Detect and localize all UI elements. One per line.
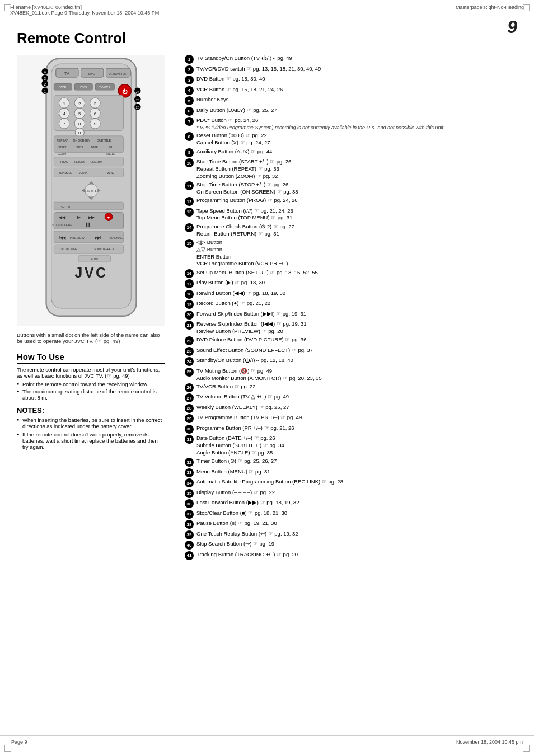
button-number: 13 (185, 208, 194, 217)
svg-text:REPEAT: REPEAT (57, 139, 68, 142)
button-list-item: 36Fast Forward Button (▶▶) ☞ pg. 18, 19,… (185, 499, 517, 508)
button-description: Stop Time Button (STOP +/–) ☞ pg. 26On S… (196, 181, 517, 196)
svg-text:MENU: MENU (106, 172, 114, 175)
corner-mark-tr (523, 4, 530, 11)
svg-text:START: START (58, 146, 66, 149)
button-list-item: 37Stop/Clear Button (■) ☞ pg. 18, 21, 30 (185, 510, 517, 519)
how-to-use-bullet-1: Point the remote control toward the rece… (17, 381, 165, 387)
button-description: Programme Check Button (⊙ ?) ☞ pg. 27Ret… (196, 223, 517, 238)
svg-text:RETURN: RETURN (74, 161, 85, 163)
notes-item-1: When inserting the batteries, be sure to… (17, 417, 165, 429)
svg-text:TRACKING: TRACKING (108, 236, 123, 240)
button-list-item: 13Tape Speed Button (////) ☞ pg. 21, 24,… (185, 208, 517, 222)
svg-text:STOP: STOP (76, 146, 83, 149)
button-list-item: 41Tracking Button (TRACKING +/–) ☞ pg. 2… (185, 551, 517, 560)
corner-mark-tl (4, 4, 11, 11)
svg-text:7: 7 (63, 121, 65, 126)
button-description: TV Muting Button (🔇) ☞ pg. 49Audio Monit… (196, 368, 517, 382)
notes-title: NOTES: (17, 406, 165, 415)
two-column-layout: TV DVD A.MONITOR ⏻ VCR DVD TV/ (17, 55, 517, 561)
button-description: Programming Button (PROG) ☞ pg. 24, 26 (196, 197, 517, 204)
button-number: 32 (185, 458, 194, 467)
button-list-item: 15◁▷ Button△▽ ButtonENTER ButtonVCR Prog… (185, 239, 517, 267)
button-list-item: 19Record Button (●) ☞ pg. 21, 22 (185, 300, 517, 309)
button-list-item: 24Standby/On Button (⏻/I) ☞ pg. 12, 18, … (185, 357, 517, 366)
button-number: 16 (185, 269, 194, 278)
button-description: Record Button (●) ☞ pg. 21, 22 (196, 300, 517, 307)
button-list-item: 3DVD Button ☞ pg. 15, 30, 40 (185, 76, 517, 84)
svg-text:2: 2 (78, 101, 81, 106)
button-number: 12 (185, 197, 194, 206)
button-list-item: 39One Touch Replay Button (↩) ☞ pg. 19, … (185, 530, 517, 539)
button-list-item: 20Forward Skip/Index Button (▶▶I) ☞ pg. … (185, 311, 517, 320)
button-description: TV Programme Button (TV PR +/–) ☞ pg. 49 (196, 414, 517, 421)
button-description: One Touch Replay Button (↩) ☞ pg. 19, 32 (196, 530, 517, 538)
svg-text:STOP/CLEAR: STOP/CLEAR (52, 223, 72, 227)
header-masterpage: Masterpage:Right-No-Heading (456, 4, 524, 10)
button-description: Play Button (▶) ☞ pg. 18, 30 (196, 279, 517, 287)
svg-text:4: 4 (63, 111, 65, 116)
svg-text:3: 3 (93, 101, 96, 106)
main-content: Remote Control TV DVD A.MONITOR (0, 18, 534, 572)
button-list-item: 35Display Button (– –:– –) ☞ pg. 22 (185, 489, 517, 498)
button-number: 8 (185, 132, 194, 141)
button-description: Tape Speed Button (////) ☞ pg. 21, 24, 2… (196, 208, 517, 222)
svg-text:24: 24 (135, 90, 139, 93)
button-number: 30 (185, 425, 194, 434)
button-list-item: 22DVD Picture Button (DVD PICTURE) ☞ pg.… (185, 336, 517, 345)
button-description: ◁▷ Button△▽ ButtonENTER ButtonVCR Progra… (196, 239, 517, 267)
button-number: 5 (185, 96, 194, 105)
button-number: 35 (185, 489, 194, 498)
button-description: Weekly Button (WEEKLY) ☞ pg. 25, 27 (196, 404, 517, 411)
button-list-item: 16Set Up Menu Button (SET UP) ☞ pg. 13, … (185, 269, 517, 278)
button-number: 26 (185, 383, 194, 392)
button-description: Menu Button (MENU) ☞ pg. 31 (196, 468, 517, 476)
button-number: 20 (185, 311, 194, 320)
page-footer: Page 9 November 18, 2004 10:45 pm (0, 735, 534, 745)
button-list-item: 21Reverse Skip/Index Button (I◀◀) ☞ pg. … (185, 321, 517, 335)
svg-text:VCR PR +: VCR PR + (78, 172, 91, 175)
button-number: 6 (185, 107, 194, 116)
button-number: 11 (185, 181, 194, 190)
svg-text:SUBTITLE: SUBTITLE (97, 139, 111, 142)
button-list-item: 10Start Time Button (START +/–) ☞ pg. 26… (185, 158, 517, 180)
button-list-item: 25TV Muting Button (🔇) ☞ pg. 49Audio Mon… (185, 368, 517, 382)
button-list-item: 8Reset Button (0000) ☞ pg. 22Cancel Butt… (185, 132, 517, 147)
page-number-corner: 9 (507, 17, 517, 37)
right-column: 1TV Standby/On Button (TV ⏻/I) ☞ pg. 492… (185, 55, 517, 561)
button-number: 33 (185, 468, 194, 477)
left-column: TV DVD A.MONITOR ⏻ VCR DVD TV/ (17, 55, 174, 561)
button-list-item: 40Skip Search Button (↪) ☞ pg. 19 (185, 541, 517, 550)
header-filename: Filename [XV48EK_06Index.fm] (10, 4, 159, 10)
button-number: 39 (185, 530, 194, 539)
svg-text:SET UP: SET UP (60, 206, 70, 209)
button-list-item: 9Auxiliary Button (AUX) ☞ pg. 44 (185, 148, 517, 157)
how-to-use-intro: The remote control can operate most of y… (17, 367, 165, 379)
button-description: Reverse Skip/Index Button (I◀◀) ☞ pg. 19… (196, 321, 517, 335)
svg-text:ON SCREEN: ON SCREEN (73, 139, 90, 142)
button-description: DVD Button ☞ pg. 15, 30, 40 (196, 76, 517, 83)
button-number: 14 (185, 223, 194, 232)
button-number: 36 (185, 499, 194, 508)
svg-text:PR: PR (109, 146, 113, 149)
button-list-item: 6Daily Button (DAILY) ☞ pg. 25, 27 (185, 107, 517, 116)
svg-text:25: 25 (135, 98, 139, 102)
button-description: TV/VCR Button ☞ pg. 22 (196, 383, 517, 391)
button-description: TV Standby/On Button (TV ⏻/I) ☞ pg. 49 (196, 55, 517, 62)
svg-text:8: 8 (78, 121, 81, 126)
button-list-item: 34Automatic Satellite Programming Button… (185, 478, 517, 487)
button-number: 25 (185, 368, 194, 377)
button-number: 10 (185, 158, 194, 167)
notes-list: When inserting the batteries, be sure to… (17, 417, 165, 450)
remote-note: Buttons with a small dot on the left sid… (17, 332, 165, 344)
svg-text:DVD: DVD (80, 86, 87, 89)
svg-text:SOUND EFFECT: SOUND EFFECT (94, 248, 114, 251)
button-list-item: 38Pause Button (II) ☞ pg. 19, 21, 30 (185, 520, 517, 529)
button-description: Number Keys (196, 96, 517, 104)
button-number: 37 (185, 510, 194, 519)
button-list-item: 29TV Programme Button (TV PR +/–) ☞ pg. … (185, 414, 517, 423)
svg-text:TOP MENU: TOP MENU (58, 172, 72, 175)
svg-text:PREVIEW: PREVIEW (69, 236, 85, 240)
button-description: TV/VCR/DVD switch ☞ pg. 13, 15, 18, 21, … (196, 65, 517, 73)
svg-text:26: 26 (135, 106, 139, 109)
